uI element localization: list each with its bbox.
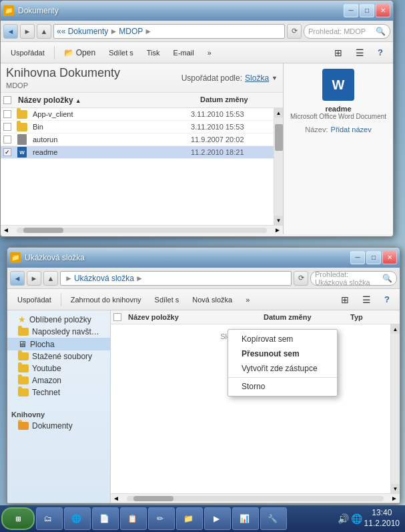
window-dokumenty: 📁 Dokumenty ─ □ ✕ ◄ ► ▲ «« Dokumenty ► M…	[0, 0, 394, 237]
maximize-btn-2[interactable]: □	[366, 251, 381, 264]
row-check-3[interactable]	[1, 136, 14, 144]
path-part-dokumenty[interactable]: «« Dokumenty	[57, 27, 108, 36]
table-row[interactable]: App-v_client 3.11.2010 15:53	[1, 108, 274, 121]
path-ukazkovka[interactable]: Ukázková složka	[74, 274, 134, 283]
refresh-btn-1[interactable]: ⟳	[287, 24, 302, 39]
path-part-mdop[interactable]: MDOP	[119, 27, 143, 36]
start-button[interactable]: ⊞	[1, 507, 35, 530]
h-scroll-right-1[interactable]: ►	[272, 226, 283, 234]
taskbar-item-2[interactable]: 📄	[92, 507, 119, 530]
sidebar-header-libraries: Knihovny	[7, 408, 110, 420]
taskbar-item-6[interactable]: ▶	[204, 507, 231, 530]
open-button-1[interactable]: 📂 Open	[58, 45, 101, 60]
table-row[interactable]: Bin 3.11.2010 15:53	[1, 121, 274, 134]
v-scrollbar-1[interactable]: ▲ ▼	[274, 108, 283, 225]
email-button-1[interactable]: E-mail	[167, 46, 200, 59]
table-row[interactable]: ✓ W readme 11.2.2010 18:21	[1, 146, 274, 159]
print-button-1[interactable]: Tisk	[141, 46, 166, 59]
arrange-value[interactable]: Složka	[245, 73, 269, 83]
h-scroll-area-1: ◄ ►	[1, 225, 283, 234]
maximize-btn-1[interactable]: □	[360, 4, 374, 17]
ctx-item-shortcut[interactable]: Vytvořit zde zástupce	[228, 361, 337, 376]
col-name-header[interactable]: Název položky ▲	[14, 94, 196, 106]
scroll-down-1[interactable]: ▼	[274, 216, 284, 225]
taskbar-item-0[interactable]: 🗂	[36, 507, 63, 530]
back-button-2[interactable]: ◄	[10, 271, 25, 286]
organize-button-2[interactable]: Uspořádat	[11, 293, 57, 306]
col-type-header-2[interactable]: Typ	[346, 312, 400, 322]
share-button-1[interactable]: Sdílet s	[103, 46, 139, 59]
organize-button-1[interactable]: Uspořádat	[5, 46, 51, 59]
more-button-2[interactable]: »	[240, 293, 256, 306]
check-all-header-2[interactable]	[111, 312, 124, 322]
add-tag-btn[interactable]: Přidat název	[331, 125, 372, 134]
more-button-1[interactable]: »	[201, 46, 218, 59]
sidebar-item-plocha[interactable]: 🖥 Plocha	[7, 338, 110, 350]
new-folder-button[interactable]: Nová složka	[186, 293, 238, 306]
scroll-track-1[interactable]	[274, 117, 284, 216]
forward-button-1[interactable]: ►	[20, 24, 35, 39]
up-button-1[interactable]: ▲	[37, 24, 51, 39]
h-scroll-left-2[interactable]: ◄	[111, 495, 121, 502]
check-all-header[interactable]	[1, 94, 14, 106]
taskbar-item-7[interactable]: 📊	[232, 507, 259, 530]
h-scroll-thumb-2[interactable]	[133, 496, 173, 501]
scroll-up-2[interactable]: ▲	[391, 324, 400, 334]
taskbar-item-8[interactable]: 🔧	[260, 507, 287, 530]
sidebar-item-amazon[interactable]: Amazon	[7, 374, 110, 386]
view-btn-1a[interactable]: ⊞	[328, 45, 348, 61]
address-path-2[interactable]: ► Ukázková složka ►	[60, 271, 292, 286]
help-btn-2[interactable]: ?	[378, 292, 396, 307]
sidebar-item-youtube[interactable]: Youtube	[7, 362, 110, 374]
column-header-1: Název položky ▲ Datum změny	[1, 93, 283, 108]
scroll-track-2[interactable]	[391, 334, 400, 484]
row-check-4[interactable]: ✓	[1, 148, 14, 156]
taskbar-item-1[interactable]: 🌐	[64, 507, 91, 530]
ctx-item-move[interactable]: Přesunout sem	[228, 346, 337, 361]
help-btn-1[interactable]: ?	[372, 45, 389, 60]
col-name-header-2[interactable]: Název položky	[124, 312, 260, 322]
scroll-thumb-1[interactable]	[275, 124, 283, 151]
address-path-1[interactable]: «« Dokumenty ► MDOP ►	[53, 24, 285, 39]
sidebar-item-dokumenty[interactable]: Dokumenty	[7, 420, 110, 432]
table-row[interactable]: autorun 11.9.2007 20:02	[1, 134, 274, 146]
h-scroll-left-1[interactable]: ◄	[1, 226, 11, 234]
sidebar-item-stazene[interactable]: Stažené soubory	[7, 350, 110, 362]
minimize-btn-2[interactable]: ─	[350, 251, 365, 264]
col-date-header-2[interactable]: Datum změny	[260, 312, 346, 322]
view-btn-2a[interactable]: ⊞	[335, 292, 355, 308]
ctx-item-cancel[interactable]: Storno	[228, 379, 337, 394]
search-box-1[interactable]: Prohledat: MDOP 🔍	[304, 24, 390, 39]
forward-button-2[interactable]: ►	[27, 271, 41, 286]
h-scroll-track-1[interactable]	[17, 228, 267, 233]
v-scrollbar-2[interactable]: ▲ ▼	[390, 324, 400, 493]
h-scroll-track-2[interactable]	[127, 496, 384, 501]
scroll-up-1[interactable]: ▲	[274, 108, 284, 117]
ctx-item-copy[interactable]: Kopírovat sem	[228, 332, 337, 346]
minimize-btn-1[interactable]: ─	[344, 4, 358, 17]
view-btn-1b[interactable]: ☰	[350, 45, 370, 61]
sidebar-item-naposledy[interactable]: Naposledy navšt…	[7, 326, 110, 338]
sidebar-item-technet[interactable]: Technet	[7, 386, 110, 398]
view-btn-2b[interactable]: ☰	[356, 292, 377, 308]
sidebar-item-oblibene[interactable]: ★ Oblíbené položky	[7, 313, 110, 326]
col-date-header[interactable]: Datum změny	[196, 94, 283, 106]
h-scroll-right-2[interactable]: ►	[389, 495, 400, 502]
row-check-1[interactable]	[1, 110, 14, 118]
row-check-2[interactable]	[1, 123, 14, 131]
taskbar-icon-1: 🌐	[70, 513, 82, 525]
add-library-button[interactable]: Zahrnout do knihovny	[65, 293, 147, 306]
taskbar-item-3[interactable]: 📋	[120, 507, 147, 530]
close-btn-1[interactable]: ✕	[376, 4, 390, 17]
back-button-1[interactable]: ◄	[3, 24, 18, 39]
share-button-2[interactable]: Sdílet s	[149, 293, 185, 306]
search-box-2[interactable]: Prohledat: Ukázková složka 🔍	[310, 271, 397, 286]
taskbar-item-5[interactable]: 📁	[176, 507, 203, 530]
up-button-2[interactable]: ▲	[43, 271, 58, 286]
row-name-4: readme	[30, 147, 187, 158]
scroll-down-2[interactable]: ▼	[391, 484, 400, 493]
taskbar-item-4[interactable]: ✏	[148, 507, 175, 530]
h-scroll-thumb-1[interactable]	[23, 228, 63, 233]
refresh-btn-2[interactable]: ⟳	[294, 271, 308, 286]
close-btn-2[interactable]: ✕	[382, 251, 397, 264]
